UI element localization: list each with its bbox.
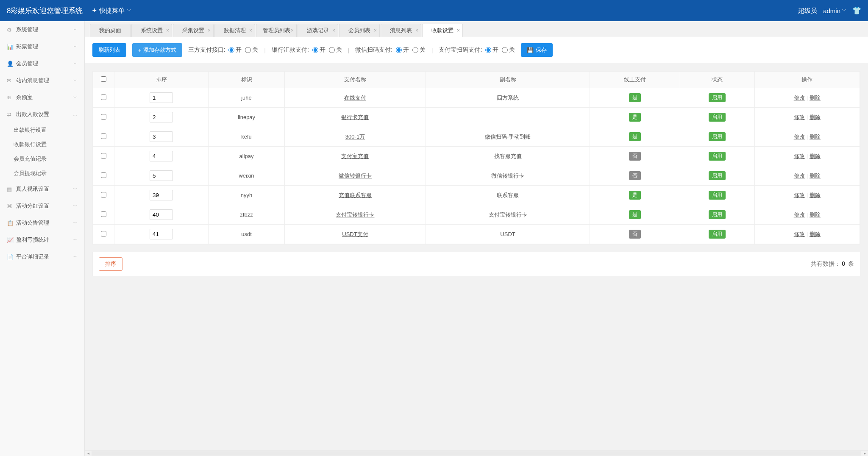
delete-link[interactable]: 删除 <box>810 153 821 159</box>
radio-input[interactable] <box>412 47 418 53</box>
edit-link[interactable]: 修改 <box>794 133 805 140</box>
sidebar-item[interactable]: 📄平台详细记录﹀ <box>0 248 84 265</box>
close-icon[interactable]: × <box>166 28 169 33</box>
payment-name-link[interactable]: 支付宝转银行卡 <box>336 211 374 218</box>
tab[interactable]: 游戏记录× <box>298 24 338 37</box>
delete-link[interactable]: 删除 <box>810 192 821 198</box>
delete-link[interactable]: 删除 <box>810 114 821 120</box>
sort-input[interactable] <box>150 170 173 181</box>
row-checkbox[interactable] <box>101 95 106 100</box>
sort-button[interactable]: 排序 <box>99 257 122 271</box>
close-icon[interactable]: × <box>291 28 294 33</box>
edit-link[interactable]: 修改 <box>794 95 805 101</box>
tab[interactable]: 数据清理× <box>214 24 255 37</box>
sidebar-item[interactable]: ≋余额宝﹀ <box>0 89 84 106</box>
radio-on[interactable]: 开 <box>396 46 409 54</box>
sidebar-collapse-handle[interactable]: ◂ <box>84 157 85 175</box>
radio-input[interactable] <box>502 47 508 53</box>
theme-icon[interactable]: 👕 <box>852 6 861 15</box>
radio-off[interactable]: 关 <box>412 46 426 54</box>
radio-input[interactable] <box>312 47 318 53</box>
radio-on[interactable]: 开 <box>485 46 498 54</box>
quickmenu[interactable]: + 快捷菜单 ﹀ <box>92 7 131 15</box>
close-icon[interactable]: × <box>415 28 418 33</box>
row-checkbox[interactable] <box>101 153 106 158</box>
radio-off[interactable]: 关 <box>245 46 258 54</box>
sort-input[interactable] <box>150 112 173 122</box>
sort-input[interactable] <box>150 190 173 200</box>
delete-link[interactable]: 删除 <box>810 133 821 140</box>
payment-name-link[interactable]: 300-1万 <box>345 133 365 140</box>
select-all-checkbox[interactable] <box>101 76 106 82</box>
row-checkbox[interactable] <box>101 192 106 197</box>
delete-link[interactable]: 删除 <box>810 172 821 179</box>
sidebar-item[interactable]: ⌘活动分红设置﹀ <box>0 197 84 214</box>
sidebar-item[interactable]: ⇄出款入款设置︿ <box>0 106 84 123</box>
payment-name-link[interactable]: 在线支付 <box>344 95 366 101</box>
sidebar-item[interactable]: 📋活动公告管理﹀ <box>0 214 84 231</box>
close-icon[interactable]: × <box>332 28 335 33</box>
radio-on[interactable]: 开 <box>228 46 242 54</box>
radio-off[interactable]: 关 <box>502 46 515 54</box>
scroll-left-arrow[interactable]: ◂ <box>85 451 92 456</box>
edit-link[interactable]: 修改 <box>794 153 805 159</box>
sort-input[interactable] <box>150 229 173 239</box>
payment-name-link[interactable]: 充值联系客服 <box>339 192 372 198</box>
radio-input[interactable] <box>396 47 402 53</box>
row-checkbox[interactable] <box>101 231 106 236</box>
sidebar-item[interactable]: ✉站内消息管理﹀ <box>0 72 84 89</box>
edit-link[interactable]: 修改 <box>794 231 805 237</box>
radio-input[interactable] <box>245 47 251 53</box>
sort-input[interactable] <box>150 92 173 103</box>
row-checkbox[interactable] <box>101 114 106 120</box>
sidebar-item[interactable]: 📈盈利亏损统计﹀ <box>0 231 84 248</box>
row-checkbox[interactable] <box>101 172 106 178</box>
sort-input[interactable] <box>150 131 173 142</box>
radio-input[interactable] <box>485 47 491 53</box>
horizontal-scrollbar[interactable]: ◂ ▸ <box>85 450 868 456</box>
sidebar-subitem[interactable]: 会员提现记录 <box>0 166 84 181</box>
radio-on[interactable]: 开 <box>312 46 326 54</box>
payment-name-link[interactable]: USDT支付 <box>342 231 368 237</box>
close-icon[interactable]: × <box>249 28 252 33</box>
sidebar-item[interactable]: ▦真人视讯设置﹀ <box>0 181 84 197</box>
tab[interactable]: 会员列表× <box>339 24 380 37</box>
row-checkbox[interactable] <box>101 133 106 139</box>
sidebar-item[interactable]: 📊彩票管理﹀ <box>0 38 84 55</box>
sidebar-item[interactable]: ⚙系统管理﹀ <box>0 21 84 38</box>
sidebar-subitem[interactable]: 出款银行设置 <box>0 123 84 137</box>
close-icon[interactable]: × <box>457 28 460 33</box>
scroll-right-arrow[interactable]: ▸ <box>861 451 868 456</box>
close-icon[interactable]: × <box>374 28 377 33</box>
tab[interactable]: 收款设置× <box>422 24 463 37</box>
user-menu[interactable]: admin ﹀ <box>823 7 846 14</box>
payment-name-link[interactable]: 支付宝充值 <box>341 153 369 159</box>
payment-name-link[interactable]: 微信转银行卡 <box>339 172 372 179</box>
tab[interactable]: 管理员列表× <box>256 24 297 37</box>
sort-input[interactable] <box>150 209 173 220</box>
tab[interactable]: 系统设置× <box>131 24 172 37</box>
radio-input[interactable] <box>329 47 335 53</box>
delete-link[interactable]: 删除 <box>810 231 821 237</box>
edit-link[interactable]: 修改 <box>794 192 805 198</box>
delete-link[interactable]: 删除 <box>810 211 821 218</box>
close-icon[interactable]: × <box>208 28 211 33</box>
edit-link[interactable]: 修改 <box>794 211 805 218</box>
sidebar-subitem[interactable]: 收款银行设置 <box>0 137 84 152</box>
sidebar-subitem[interactable]: 会员充值记录 <box>0 152 84 166</box>
edit-link[interactable]: 修改 <box>794 114 805 120</box>
payment-name-link[interactable]: 银行卡充值 <box>341 114 369 120</box>
row-checkbox[interactable] <box>101 211 106 217</box>
edit-link[interactable]: 修改 <box>794 172 805 179</box>
tab[interactable]: 我的桌面 <box>90 24 131 37</box>
save-button[interactable]: 💾 保存 <box>521 43 553 57</box>
radio-input[interactable] <box>228 47 234 53</box>
sort-input[interactable] <box>150 151 173 161</box>
add-deposit-button[interactable]: + 添加存款方式 <box>132 43 182 57</box>
scroll-track[interactable] <box>92 451 861 456</box>
tab[interactable]: 采集设置× <box>173 24 214 37</box>
refresh-button[interactable]: 刷新列表 <box>92 43 126 57</box>
radio-off[interactable]: 关 <box>329 46 342 54</box>
delete-link[interactable]: 删除 <box>810 95 821 101</box>
tab[interactable]: 消息列表× <box>381 24 421 37</box>
